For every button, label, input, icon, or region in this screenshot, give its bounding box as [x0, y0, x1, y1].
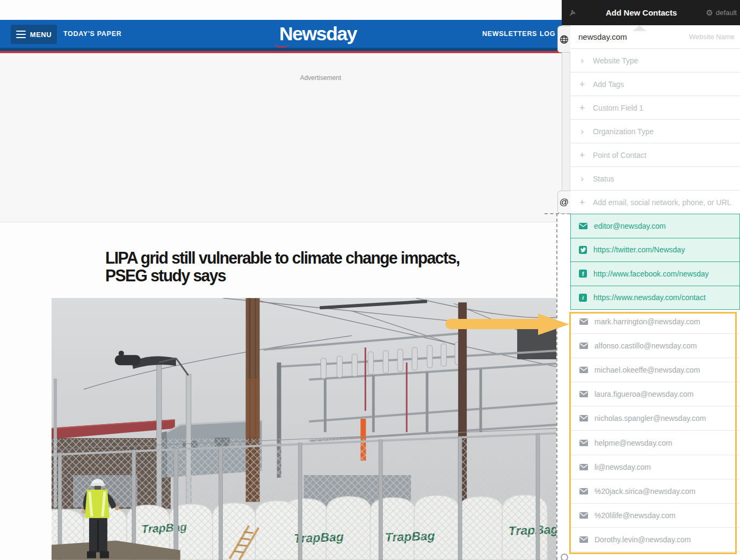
envelope-icon: [579, 440, 588, 446]
website-tab[interactable]: [557, 26, 570, 53]
chevron-right-icon: ›: [578, 57, 586, 64]
bottom-tab-icon[interactable]: [561, 554, 568, 560]
found-email-row[interactable]: %20jack.sirica@newsday.com: [570, 479, 740, 504]
envelope-icon: [579, 223, 587, 229]
menu-label: MENU: [30, 31, 52, 39]
envelope-icon: [579, 318, 588, 325]
plus-icon: +: [578, 81, 586, 88]
globe-icon: [560, 35, 569, 44]
panel-backdrop: [556, 214, 570, 560]
found-email-row[interactable]: li@newsday.com: [570, 455, 740, 479]
panel-header: Add New Contacts ⚙ default: [562, 0, 740, 25]
field-add-tags[interactable]: + Add Tags: [570, 72, 740, 96]
found-email-row[interactable]: mark.harrington@newsday.com: [570, 310, 740, 334]
field-website-type[interactable]: › Website Type: [570, 49, 740, 72]
menu-button[interactable]: MENU: [11, 25, 57, 44]
envelope-icon: [579, 488, 588, 494]
field-point-of-contact[interactable]: + Point of Contact: [570, 143, 740, 167]
newsletters-link[interactable]: NEWSLETTERS: [482, 20, 537, 48]
found-email-row[interactable]: %20lilife@newsday.com: [570, 504, 740, 528]
field-custom-field-1[interactable]: + Custom Field 1: [570, 96, 740, 120]
envelope-icon: [579, 536, 588, 543]
facebook-icon: f: [579, 270, 587, 278]
found-email-row[interactable]: laura.figueroa@newsday.com: [570, 382, 740, 406]
at-icon: @: [560, 197, 569, 208]
substation-photo-illustration: TrapBag TrapBag TrapBag TrapBag: [52, 298, 556, 560]
found-email-row[interactable]: helpme@newsday.com: [570, 431, 740, 455]
headline-line2: PSEG study says: [105, 267, 491, 285]
envelope-icon: [579, 391, 588, 397]
chevron-right-icon: ›: [578, 175, 586, 183]
contacts-tab[interactable]: @: [557, 191, 570, 214]
screen: MENU TODAY'S PAPER NEWSLETTERS LOG IN Ne…: [0, 0, 740, 560]
newsday-logo-text: Newsday: [279, 23, 372, 45]
field-status[interactable]: › Status: [570, 167, 740, 191]
envelope-icon: [579, 343, 588, 349]
website-value: newsday.com: [578, 32, 627, 41]
envelope-icon: [579, 367, 588, 373]
settings-label: default: [716, 9, 737, 17]
plus-icon: +: [578, 104, 586, 112]
found-email-row[interactable]: Dorothy.levin@newsday.com: [570, 528, 740, 552]
chevron-right-icon: ›: [578, 128, 586, 135]
found-email-row[interactable]: michael.okeeffe@newsday.com: [570, 358, 740, 382]
plus-icon: +: [578, 199, 586, 206]
add-contact-method-field[interactable]: + Add email, social network, phone, or U…: [570, 191, 740, 214]
article-headline: LIPA grid still vulnerable to climate ch…: [105, 249, 491, 285]
gear-icon: ⚙: [706, 8, 713, 18]
panel-body: newsday.com Website Name › Website Type …: [570, 25, 740, 560]
envelope-icon: [579, 464, 588, 470]
found-email-row[interactable]: nicholas.spangler@newsday.com: [570, 406, 740, 431]
twitter-icon: [579, 246, 587, 254]
envelope-icon: [579, 512, 588, 519]
advertisement-label: Advertisement: [0, 74, 641, 82]
found-link-contact-page[interactable]: i https://www.newsday.com/contact: [570, 286, 740, 310]
website-name-field[interactable]: newsday.com Website Name: [570, 25, 740, 49]
found-link-email[interactable]: editor@newsday.com: [570, 214, 740, 238]
info-icon: i: [579, 294, 587, 302]
hamburger-icon: [16, 31, 26, 39]
newsday-logo[interactable]: Newsday: [279, 23, 371, 47]
capture-region-dashed-border: [556, 213, 557, 560]
todays-paper-link[interactable]: TODAY'S PAPER: [63, 20, 121, 48]
settings-control[interactable]: ⚙ default: [706, 8, 737, 18]
field-organization-type[interactable]: › Organization Type: [570, 120, 740, 143]
found-link-facebook[interactable]: f http://www.facebook.com/newsday: [570, 261, 740, 286]
website-name-placeholder: Website Name: [689, 33, 735, 41]
plus-icon: +: [578, 151, 586, 159]
headline-line1: LIPA grid still vulnerable to climate ch…: [105, 249, 491, 267]
envelope-icon: [579, 415, 588, 421]
found-link-twitter[interactable]: https://twitter.com/Newsday: [570, 238, 740, 263]
panel-title: Add New Contacts: [577, 8, 706, 17]
panel-notch: [633, 25, 647, 31]
found-email-row[interactable]: alfonso.castillo@newsday.com: [570, 334, 740, 358]
partial-row: [570, 552, 740, 558]
article-photo: TrapBag TrapBag TrapBag TrapBag: [52, 298, 556, 560]
pin-icon[interactable]: [568, 9, 577, 17]
newsday-logo-swoosh: [274, 41, 292, 48]
